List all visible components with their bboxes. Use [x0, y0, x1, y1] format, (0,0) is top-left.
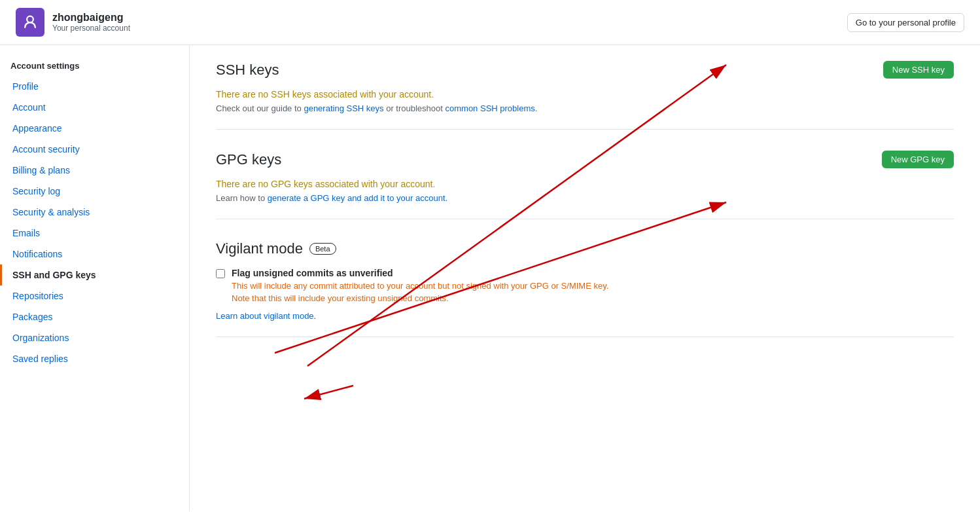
vigilant-title-row: Vigilant mode Beta: [216, 240, 336, 257]
header: zhongbaigeng Your personal account Go to…: [0, 0, 980, 45]
vigilant-checkbox-content: Flag unsigned commits as unverified This…: [232, 268, 608, 303]
new-gpg-key-button[interactable]: New GPG key: [882, 151, 954, 168]
sidebar-item-appearance[interactable]: Appearance: [0, 118, 189, 139]
ssh-guide-link2[interactable]: common SSH problems: [446, 103, 535, 113]
sidebar-item-account[interactable]: Account: [0, 97, 189, 118]
ssh-guide-middle: or troubleshoot: [384, 103, 446, 113]
vigilant-checkbox-area: Flag unsigned commits as unverified This…: [216, 268, 954, 303]
learn-vigilant-link[interactable]: Learn about vigilant mode.: [216, 311, 954, 321]
checkbox-label[interactable]: Flag unsigned commits as unverified: [232, 268, 393, 278]
sidebar-item-security-log[interactable]: Security log: [0, 181, 189, 202]
main-content: SSH keys New SSH key There are no SSH ke…: [190, 45, 980, 511]
ssh-warning-text: There are no SSH keys associated with yo…: [216, 89, 954, 100]
sidebar-item-profile[interactable]: Profile: [0, 76, 189, 97]
sidebar-item-account-security[interactable]: Account security: [0, 139, 189, 160]
svg-line-4: [304, 386, 353, 399]
sidebar-item-repositories[interactable]: Repositories: [0, 285, 189, 306]
sidebar-item-ssh-gpg[interactable]: SSH and GPG keys: [0, 265, 189, 285]
sidebar-item-packages[interactable]: Packages: [0, 306, 189, 327]
gpg-warning-text: There are no GPG keys associated with yo…: [216, 179, 954, 189]
checkbox-desc2: Note that this will include your existin…: [232, 293, 608, 303]
sidebar-item-saved-replies[interactable]: Saved replies: [0, 348, 189, 369]
sidebar-item-notifications[interactable]: Notifications: [0, 244, 189, 265]
gpg-guide-link[interactable]: generate a GPG key and add it to your ac…: [268, 193, 446, 203]
sidebar-item-billing[interactable]: Billing & plans: [0, 160, 189, 181]
ssh-guide-link1[interactable]: generating SSH keys: [304, 103, 383, 113]
sidebar-item-security-analysis[interactable]: Security & analysis: [0, 202, 189, 223]
gpg-keys-section: GPG keys New GPG key There are no GPG ke…: [216, 151, 954, 219]
ssh-guide-end: .: [535, 103, 538, 113]
ssh-section-title: SSH keys: [216, 62, 279, 79]
sidebar-item-organizations[interactable]: Organizations: [0, 327, 189, 348]
checkbox-desc1: This will include any commit attributed …: [232, 281, 608, 291]
vigilant-section: Vigilant mode Beta Flag unsigned commits…: [216, 240, 954, 337]
gpg-guide-text: Learn how to generate a GPG key and add …: [216, 193, 954, 203]
beta-badge: Beta: [309, 243, 336, 255]
user-info: zhongbaigeng Your personal account: [52, 12, 130, 33]
ssh-section-header: SSH keys New SSH key: [216, 61, 954, 79]
ssh-keys-section: SSH keys New SSH key There are no SSH ke…: [216, 61, 954, 130]
gpg-section-title: GPG keys: [216, 151, 281, 168]
layout: Account settings Profile Account Appeara…: [0, 45, 980, 511]
ssh-guide-prefix: Check out our guide to: [216, 103, 304, 113]
sidebar: Account settings Profile Account Appeara…: [0, 45, 190, 511]
flag-unsigned-checkbox[interactable]: [216, 269, 225, 278]
username: zhongbaigeng: [52, 12, 130, 24]
vigilant-section-header: Vigilant mode Beta: [216, 240, 954, 257]
ssh-guide-text: Check out our guide to generating SSH ke…: [216, 103, 954, 113]
account-subtitle: Your personal account: [52, 24, 130, 33]
gpg-guide-prefix: Learn how to: [216, 193, 268, 203]
sidebar-heading: Account settings: [0, 56, 189, 76]
new-ssh-key-button[interactable]: New SSH key: [883, 61, 954, 79]
header-left: zhongbaigeng Your personal account: [16, 8, 130, 37]
gpg-section-header: GPG keys New GPG key: [216, 151, 954, 168]
vigilant-section-title: Vigilant mode: [216, 240, 303, 257]
avatar: [16, 8, 44, 37]
sidebar-item-emails[interactable]: Emails: [0, 223, 189, 244]
personal-profile-button[interactable]: Go to your personal profile: [847, 13, 964, 32]
avatar-icon: [22, 14, 38, 30]
gpg-guide-end: .: [446, 193, 448, 203]
